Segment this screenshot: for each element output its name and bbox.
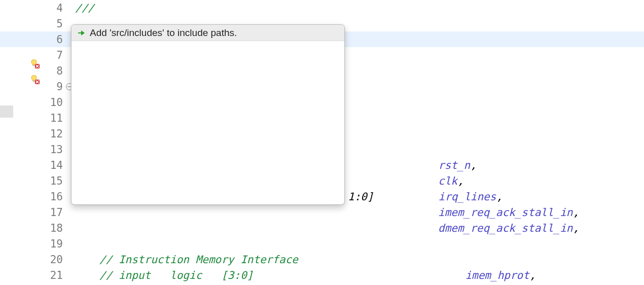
line-number: 21 xyxy=(42,269,66,281)
line-number: 18 xyxy=(42,222,66,234)
code-text: /// xyxy=(75,2,94,14)
code-identifier: rst_n xyxy=(438,159,470,171)
line-number: 11 xyxy=(42,112,66,124)
code-line[interactable]: 4 /// xyxy=(0,0,644,16)
line-number: 19 xyxy=(42,238,66,250)
quickfix-error-icon[interactable] xyxy=(29,35,40,44)
code-line[interactable]: 21 // input logic [3:0]imem_hprot, xyxy=(0,267,644,283)
quickfix-popup[interactable]: Add 'src/includes' to include paths. xyxy=(71,24,345,205)
code-identifier: irq_lines xyxy=(439,191,496,203)
code-line[interactable]: 20 // Instruction Memory Interface xyxy=(0,252,644,267)
quickfix-suggestion[interactable]: Add 'src/includes' to include paths. xyxy=(71,25,344,41)
code-line[interactable]: 17 imem_req_ack_stall_in, xyxy=(0,204,644,220)
line-number: 12 xyxy=(42,128,66,140)
code-comment: // input logic [3:0] xyxy=(99,269,253,281)
fold-gutter xyxy=(66,0,73,16)
code-identifier: imem_hprot xyxy=(465,269,529,281)
code-line[interactable]: 22 // input logic [2:0]imem_hburst, xyxy=(0,283,644,285)
gutter-markers[interactable] xyxy=(0,31,42,47)
line-number: 6 xyxy=(42,33,66,46)
code-identifier: dmem_req_ack_stall_in xyxy=(438,222,573,234)
svg-rect-2 xyxy=(33,81,35,82)
code-comment: // Instruction Memory Interface xyxy=(99,254,298,266)
line-number: 20 xyxy=(42,254,66,266)
code-identifier: imem_req_ack_stall_in xyxy=(438,206,573,219)
quickfix-error-icon[interactable] xyxy=(29,51,40,60)
line-number: 16 xyxy=(42,191,66,203)
code-identifier: clk xyxy=(438,175,457,187)
code-line[interactable]: 18 dmem_req_ack_stall_in, xyxy=(0,220,644,236)
gutter-markers xyxy=(0,0,42,16)
line-number: 17 xyxy=(42,206,66,219)
line-number: 15 xyxy=(42,175,66,187)
line-number: 4 xyxy=(42,2,66,14)
code-text: 1:0] xyxy=(348,191,374,203)
line-number: 13 xyxy=(42,144,66,156)
line-number: 5 xyxy=(42,18,66,30)
line-number: 14 xyxy=(42,159,66,171)
quickfix-suggestion-label: Add 'src/includes' to include paths. xyxy=(90,27,237,39)
quickfix-apply-icon xyxy=(77,28,86,38)
code-line[interactable]: 19 xyxy=(0,236,644,252)
